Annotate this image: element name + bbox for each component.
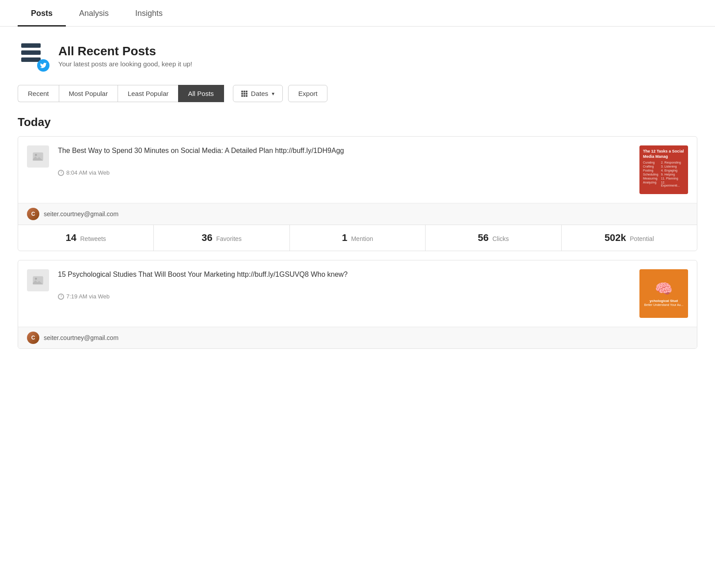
post-card: The Best Way to Spend 30 Minutes on Soci… bbox=[18, 136, 697, 251]
author-email: seiter.courtney@gmail.com bbox=[44, 334, 118, 341]
post-card: 15 Psychological Studies That Will Boost… bbox=[18, 260, 697, 349]
tab-posts[interactable]: Posts bbox=[18, 0, 66, 26]
svg-rect-1 bbox=[21, 50, 41, 55]
calendar-icon bbox=[241, 91, 247, 97]
most-popular-filter-button[interactable]: Most Popular bbox=[59, 85, 118, 102]
post-image: The 12 Tasks a Social Media Manag Curati… bbox=[639, 145, 688, 194]
post-text: The Best Way to Spend 30 Minutes on Soci… bbox=[58, 145, 631, 156]
svg-point-4 bbox=[35, 154, 37, 156]
potential-count: 502k bbox=[605, 232, 626, 243]
stats-row: 14 Retweets 36 Favorites 1 Mention 56 Cl… bbox=[18, 225, 697, 251]
image-placeholder-icon bbox=[32, 274, 44, 286]
filter-bar: Recent Most Popular Least Popular All Po… bbox=[0, 80, 715, 111]
stat-potential: 502k Potential bbox=[562, 225, 697, 251]
twitter-badge bbox=[37, 59, 49, 72]
recent-filter-button[interactable]: Recent bbox=[18, 85, 59, 102]
svg-rect-0 bbox=[21, 43, 41, 48]
post-main: The Best Way to Spend 30 Minutes on Soci… bbox=[18, 137, 697, 203]
post-thumbnail-placeholder bbox=[27, 145, 49, 168]
post-meta: 8:04 AM via Web bbox=[58, 169, 631, 176]
post-image-subtitle: ychological StudBetter Understand Your A… bbox=[644, 299, 684, 307]
clicks-label: Clicks bbox=[492, 235, 509, 242]
author-row: C seiter.courtney@gmail.com bbox=[18, 203, 697, 225]
twitter-icon bbox=[40, 62, 47, 69]
today-section-title: Today bbox=[0, 111, 715, 136]
stat-clicks: 56 Clicks bbox=[426, 225, 561, 251]
header-text: All Recent Posts Your latest posts are l… bbox=[58, 44, 192, 68]
image-placeholder-icon bbox=[32, 150, 44, 163]
retweets-count: 14 bbox=[66, 232, 76, 243]
post-thumbnail-placeholder bbox=[27, 269, 49, 291]
post-image-col2: 2. Responding 3. Listening 4. Engaging 9… bbox=[661, 161, 685, 187]
clock-icon bbox=[58, 294, 64, 300]
avatar: C bbox=[27, 332, 39, 344]
post-time: 7:19 AM via Web bbox=[66, 293, 110, 300]
export-button[interactable]: Export bbox=[288, 85, 327, 102]
clock-icon bbox=[58, 170, 64, 176]
filter-right: Dates ▾ Export bbox=[233, 85, 328, 102]
favorites-label: Favorites bbox=[216, 235, 242, 242]
post-meta: 7:19 AM via Web bbox=[58, 293, 631, 300]
post-content: The Best Way to Spend 30 Minutes on Soci… bbox=[49, 145, 639, 176]
author-email: seiter.courtney@gmail.com bbox=[44, 210, 118, 218]
potential-label: Potential bbox=[630, 235, 654, 242]
filter-group: Recent Most Popular Least Popular All Po… bbox=[18, 85, 224, 102]
dates-label: Dates bbox=[251, 90, 268, 97]
all-posts-filter-button[interactable]: All Posts bbox=[178, 85, 224, 102]
dates-button[interactable]: Dates ▾ bbox=[233, 85, 283, 102]
page-title: All Recent Posts bbox=[58, 44, 192, 58]
header-icon bbox=[18, 40, 49, 72]
nav-tabs: Posts Analysis Insights bbox=[0, 0, 715, 27]
least-popular-filter-button[interactable]: Least Popular bbox=[118, 85, 179, 102]
svg-rect-2 bbox=[21, 57, 41, 62]
post-image-title: The 12 Tasks a Social Media Manag bbox=[643, 149, 685, 159]
clicks-count: 56 bbox=[478, 232, 488, 243]
brain-icon: 🧠 bbox=[655, 280, 673, 297]
retweets-label: Retweets bbox=[80, 235, 106, 242]
post-text: 15 Psychological Studies That Will Boost… bbox=[58, 269, 631, 280]
post-image: 🧠 ychological StudBetter Understand Your… bbox=[639, 269, 688, 318]
svg-point-6 bbox=[35, 278, 37, 280]
mentions-label: Mention bbox=[351, 235, 373, 242]
avatar: C bbox=[27, 208, 39, 220]
favorites-count: 36 bbox=[202, 232, 212, 243]
post-image-lines: Curating Crafting Posting Scheduling Mea… bbox=[643, 161, 685, 187]
post-time: 8:04 AM via Web bbox=[66, 169, 110, 176]
tab-analysis[interactable]: Analysis bbox=[66, 0, 122, 26]
stat-favorites: 36 Favorites bbox=[154, 225, 289, 251]
post-content: 15 Psychological Studies That Will Boost… bbox=[49, 269, 639, 300]
post-main: 15 Psychological Studies That Will Boost… bbox=[18, 260, 697, 327]
author-row: C seiter.courtney@gmail.com bbox=[18, 327, 697, 348]
chevron-down-icon: ▾ bbox=[272, 91, 274, 97]
page-header: All Recent Posts Your latest posts are l… bbox=[0, 27, 715, 80]
tab-insights[interactable]: Insights bbox=[122, 0, 176, 26]
stat-mentions: 1 Mention bbox=[290, 225, 426, 251]
page-subtitle: Your latest posts are looking good, keep… bbox=[58, 60, 192, 68]
stat-retweets: 14 Retweets bbox=[18, 225, 154, 251]
mentions-count: 1 bbox=[342, 232, 347, 243]
post-image-col1: Curating Crafting Posting Scheduling Mea… bbox=[643, 161, 658, 187]
